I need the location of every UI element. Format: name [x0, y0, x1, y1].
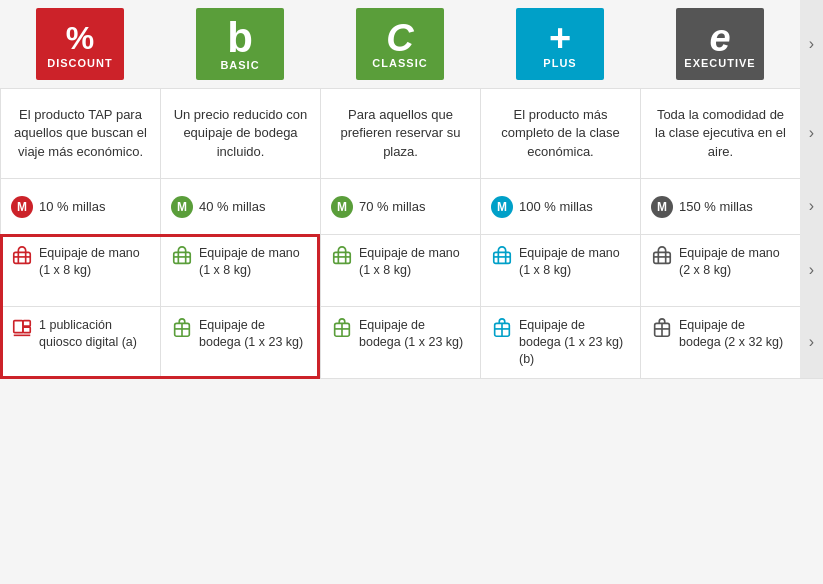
bag2-text-basic: Equipaje de bodega (1 x 23 kg) [199, 317, 310, 351]
bag2-text-discount: 1 publicación quiosco digital (a) [39, 317, 150, 351]
svg-rect-20 [14, 321, 23, 333]
bag1-classic: Equipaje de mano (1 x 8 kg) [320, 234, 480, 306]
header-classic: C CLASSIC [320, 0, 480, 88]
classic-letter: C [386, 19, 413, 57]
miles-plus: M 100 % millas [480, 178, 640, 234]
svg-rect-21 [23, 321, 30, 327]
bag2-text-classic: Equipaje de bodega (1 x 23 kg) [359, 317, 470, 351]
scroll-right-button[interactable]: › [800, 0, 823, 88]
baggage-row-2: 1 publicación quiosco digital (a) Equipa… [0, 306, 823, 379]
svg-rect-8 [334, 252, 351, 263]
miles-text-executive: 150 % millas [679, 199, 753, 214]
miles-icon-classic: M [331, 196, 353, 218]
bag2-discount: 1 publicación quiosco digital (a) [0, 306, 160, 379]
svg-rect-22 [23, 327, 30, 333]
miles-text-plus: 100 % millas [519, 199, 593, 214]
kiosk-icon-discount [11, 317, 33, 339]
baggage-row-1: Equipaje de mano (1 x 8 kg) Equipaje de … [0, 234, 823, 306]
bag1-plus: Equipaje de mano (1 x 8 kg) [480, 234, 640, 306]
bag1-text-executive: Equipaje de mano (2 x 8 kg) [679, 245, 790, 279]
header-basic: b BASIC [160, 0, 320, 88]
scroll-right-desc[interactable]: › [800, 88, 823, 178]
hold-baggage-icon-basic [171, 317, 193, 339]
bag1-text-discount: Equipaje de mano (1 x 8 kg) [39, 245, 150, 279]
bag2-executive: Equipaje de bodega (2 x 32 kg) [640, 306, 800, 379]
miles-icon-plus: M [491, 196, 513, 218]
miles-discount: M 10 % millas [0, 178, 160, 234]
scroll-right-bag2[interactable]: › [800, 306, 823, 379]
miles-executive: M 150 % millas [640, 178, 800, 234]
desc-basic: Un precio reducido con equipaje de bodeg… [160, 88, 320, 178]
hand-baggage-icon-executive [651, 245, 673, 267]
classic-logo: C CLASSIC [356, 8, 444, 80]
miles-icon-basic: M [171, 196, 193, 218]
svg-rect-12 [494, 252, 511, 263]
bag1-text-classic: Equipaje de mano (1 x 8 kg) [359, 245, 470, 279]
plus-logo: + PLUS [516, 8, 604, 80]
miles-basic: M 40 % millas [160, 178, 320, 234]
bag2-basic: Equipaje de bodega (1 x 23 kg) [160, 306, 320, 379]
executive-letter: e [709, 19, 730, 57]
desc-classic: Para aquellos que prefieren reservar su … [320, 88, 480, 178]
hand-baggage-icon-basic [171, 245, 193, 267]
discount-symbol: % [66, 20, 94, 57]
basic-logo: b BASIC [196, 8, 284, 80]
miles-classic: M 70 % millas [320, 178, 480, 234]
miles-icon-executive: M [651, 196, 673, 218]
bag1-executive: Equipaje de mano (2 x 8 kg) [640, 234, 800, 306]
miles-icon-discount: M [11, 196, 33, 218]
fare-comparison-table: % DISCOUNT b BASIC C CLASSIC + PLUS e [0, 0, 823, 379]
hold-baggage-icon-plus [491, 317, 513, 339]
hold-baggage-icon-classic [331, 317, 353, 339]
classic-label: CLASSIC [372, 57, 427, 69]
bag2-classic: Equipaje de bodega (1 x 23 kg) [320, 306, 480, 379]
desc-plus: El producto más completo de la clase eco… [480, 88, 640, 178]
discount-label: DISCOUNT [47, 57, 112, 69]
header-discount: % DISCOUNT [0, 0, 160, 88]
executive-label: EXECUTIVE [684, 57, 755, 69]
miles-text-classic: 70 % millas [359, 199, 425, 214]
hand-baggage-icon-plus [491, 245, 513, 267]
bag1-text-plus: Equipaje de mano (1 x 8 kg) [519, 245, 630, 279]
hand-baggage-icon-classic [331, 245, 353, 267]
svg-rect-0 [14, 252, 31, 263]
header-plus: + PLUS [480, 0, 640, 88]
bag2-text-executive: Equipaje de bodega (2 x 32 kg) [679, 317, 790, 351]
bag1-text-basic: Equipaje de mano (1 x 8 kg) [199, 245, 310, 279]
svg-rect-16 [654, 252, 671, 263]
hand-baggage-icon-discount [11, 245, 33, 267]
bag2-text-plus: Equipaje de bodega (1 x 23 kg) (b) [519, 317, 630, 368]
discount-logo: % DISCOUNT [36, 8, 124, 80]
desc-executive: Toda la comodidad de la clase ejecutiva … [640, 88, 800, 178]
miles-text-basic: 40 % millas [199, 199, 265, 214]
plus-symbol: + [549, 19, 571, 57]
bag1-discount: Equipaje de mano (1 x 8 kg) [0, 234, 160, 306]
scroll-right-miles[interactable]: › [800, 178, 823, 234]
basic-label: BASIC [220, 59, 259, 71]
svg-rect-4 [174, 252, 191, 263]
header-executive: e EXECUTIVE [640, 0, 800, 88]
plus-label: PLUS [543, 57, 576, 69]
desc-discount: El producto TAP para aquellos que buscan… [0, 88, 160, 178]
executive-logo: e EXECUTIVE [676, 8, 764, 80]
basic-letter: b [227, 17, 253, 59]
hold-baggage-icon-executive [651, 317, 673, 339]
bag1-basic: Equipaje de mano (1 x 8 kg) [160, 234, 320, 306]
bag2-plus: Equipaje de bodega (1 x 23 kg) (b) [480, 306, 640, 379]
miles-text-discount: 10 % millas [39, 199, 105, 214]
scroll-right-bag1[interactable]: › [800, 234, 823, 306]
